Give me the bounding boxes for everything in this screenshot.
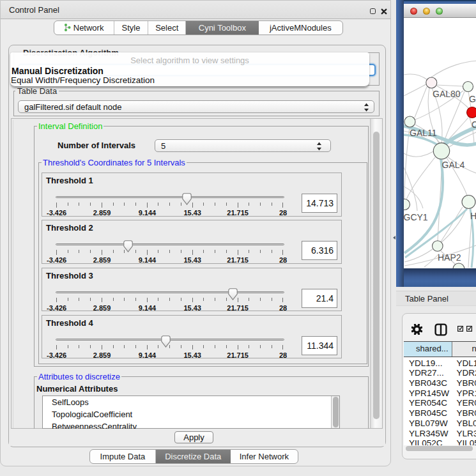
- svg-text:HIS4: HIS4: [470, 211, 476, 221]
- svg-text:GCY1: GCY1: [404, 212, 428, 222]
- svg-text:CDC: CDC: [472, 119, 476, 130]
- svg-text:GAL4: GAL4: [442, 160, 465, 170]
- svg-text:HAP2: HAP2: [438, 252, 461, 263]
- svg-text:GAL11: GAL11: [410, 128, 437, 138]
- svg-text:GAL80: GAL80: [433, 89, 461, 99]
- svg-text:GAL3: GAL3: [469, 94, 476, 104]
